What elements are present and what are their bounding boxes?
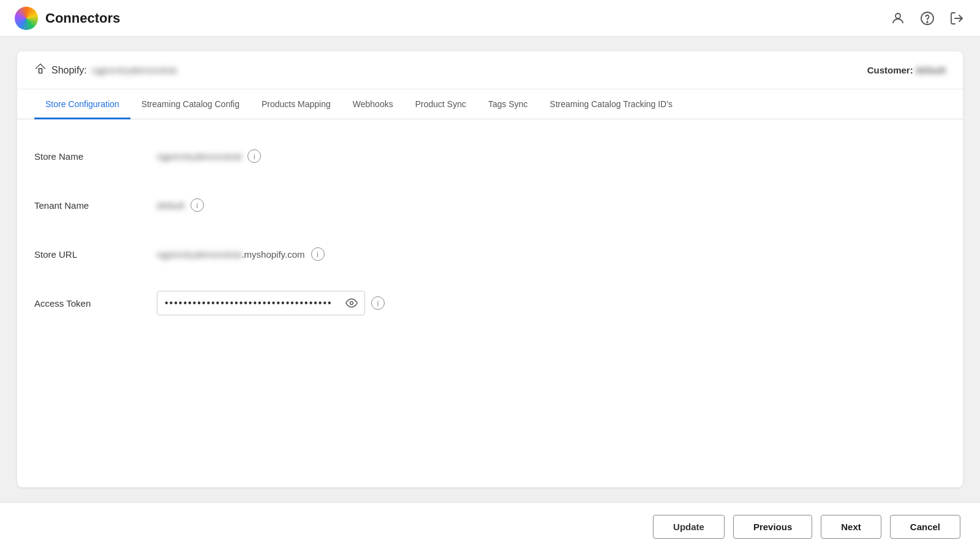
svg-point-0 xyxy=(895,13,900,18)
form-area: Store Name ngpnrntrydemonstrat i Tenant … xyxy=(17,119,963,487)
form-row-store-url: Store URL ngpnrntrydemonstrat.myshopify.… xyxy=(34,239,946,269)
store-url-value-wrap: ngpnrntrydemonstrat.myshopify.com i xyxy=(157,247,946,261)
home-icon xyxy=(34,62,47,78)
previous-button[interactable]: Previous xyxy=(733,515,812,539)
store-url-blur-part: ngpnrntrydemonstrat xyxy=(157,249,241,260)
user-icon[interactable] xyxy=(889,10,907,27)
tab-webhooks[interactable]: Webhooks xyxy=(342,89,404,119)
tenant-name-label: Tenant Name xyxy=(34,200,157,211)
svg-point-2 xyxy=(927,21,928,23)
tabs-bar: Store Configuration Streaming Catalog Co… xyxy=(17,89,963,119)
tab-tags-sync[interactable]: Tags Sync xyxy=(477,89,539,119)
footer-bar: Update Previous Next Cancel xyxy=(0,502,980,551)
breadcrumb-prefix: Shopify: xyxy=(51,65,87,76)
breadcrumb-right: Customer: default xyxy=(867,65,946,75)
top-nav: Connectors xyxy=(0,0,980,37)
next-button[interactable]: Next xyxy=(821,515,881,539)
access-token-value-wrap: i xyxy=(157,291,946,315)
form-row-store-name: Store Name ngpnrntrydemonstrat i xyxy=(34,141,946,171)
tab-streaming-catalog-config[interactable]: Streaming Catalog Config xyxy=(130,89,251,119)
access-token-label: Access Token xyxy=(34,298,157,309)
breadcrumb-store: ngpnrntrydemonstrat xyxy=(92,65,176,75)
store-name-label: Store Name xyxy=(34,151,157,162)
store-url-suffix: .myshopify.com xyxy=(241,249,304,260)
customer-value: default xyxy=(916,65,946,75)
nav-right xyxy=(889,10,965,27)
nav-left: Connectors xyxy=(15,7,120,30)
cancel-button[interactable]: Cancel xyxy=(890,515,960,539)
tab-store-configuration[interactable]: Store Configuration xyxy=(34,89,130,119)
toggle-password-visibility-button[interactable] xyxy=(344,296,359,310)
tab-streaming-catalog-tracking-ids[interactable]: Streaming Catalog Tracking ID's xyxy=(539,89,684,119)
tenant-name-info-icon[interactable]: i xyxy=(190,198,204,212)
store-url-info-icon[interactable]: i xyxy=(311,247,325,261)
form-row-access-token: Access Token i xyxy=(34,288,946,318)
token-input-wrap xyxy=(157,291,365,315)
tenant-name-value-wrap: default i xyxy=(157,198,946,212)
store-name-value: ngpnrntrydemonstrat xyxy=(157,151,241,162)
store-name-value-wrap: ngpnrntrydemonstrat i xyxy=(157,149,946,163)
store-name-info-icon[interactable]: i xyxy=(247,149,261,163)
svg-rect-4 xyxy=(39,69,42,73)
tenant-name-value: default xyxy=(157,200,184,211)
tab-product-sync[interactable]: Product Sync xyxy=(404,89,477,119)
breadcrumb-bar: Shopify: ngpnrntrydemonstrat Customer: d… xyxy=(17,51,963,89)
main-content: Shopify: ngpnrntrydemonstrat Customer: d… xyxy=(0,37,980,502)
store-url-value: ngpnrntrydemonstrat.myshopify.com xyxy=(157,249,305,260)
breadcrumb-left: Shopify: ngpnrntrydemonstrat xyxy=(34,62,176,78)
store-url-label: Store URL xyxy=(34,249,157,260)
form-row-tenant-name: Tenant Name default i xyxy=(34,190,946,220)
access-token-info-icon[interactable]: i xyxy=(371,296,385,310)
logout-icon[interactable] xyxy=(948,10,965,27)
customer-label: Customer: xyxy=(867,65,913,75)
svg-point-5 xyxy=(350,302,353,305)
access-token-input[interactable] xyxy=(157,291,365,315)
app-logo xyxy=(15,7,38,30)
main-card: Shopify: ngpnrntrydemonstrat Customer: d… xyxy=(17,51,963,487)
tab-products-mapping[interactable]: Products Mapping xyxy=(251,89,342,119)
help-icon[interactable] xyxy=(919,10,936,27)
update-button[interactable]: Update xyxy=(653,515,725,539)
app-title: Connectors xyxy=(45,10,120,26)
